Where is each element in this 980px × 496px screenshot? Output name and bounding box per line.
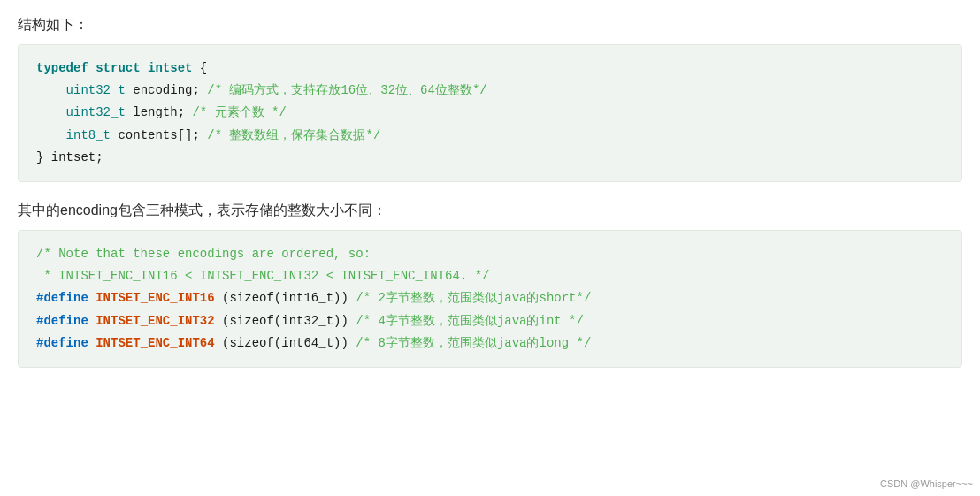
section1: 结构如下： typedef struct intset { uint32_t e… (18, 14, 962, 182)
code-line-2: uint32_t encoding; /* 编码方式，支持存放16位、32位、6… (36, 80, 944, 102)
define-line-1: #define INTSET_ENC_INT16 (sizeof(int16_t… (36, 287, 944, 309)
section2: 其中的encoding包含三种模式，表示存储的整数大小不同： /* Note t… (18, 200, 962, 368)
section1-heading: 结构如下： (18, 14, 962, 35)
define-line-3: #define INTSET_ENC_INT64 (sizeof(int64_t… (36, 332, 944, 355)
comment-line-1: /* Note that these encodings are ordered… (36, 243, 944, 265)
code-block-1: typedef struct intset { uint32_t encodin… (18, 44, 962, 182)
code-line-4: int8_t contents[]; /* 整数数组，保存集合数据*/ (36, 125, 944, 147)
watermark: CSDN @Whisper~~~ (880, 478, 973, 489)
code-line-1: typedef struct intset { (36, 57, 944, 80)
code-block-2: /* Note that these encodings are ordered… (18, 230, 962, 368)
comment-line-2: * INTSET_ENC_INT16 < INTSET_ENC_INT32 < … (36, 265, 944, 287)
section2-heading: 其中的encoding包含三种模式，表示存储的整数大小不同： (18, 200, 962, 221)
code-line-5: } intset; (36, 147, 944, 169)
code-line-3: uint32_t length; /* 元素个数 */ (36, 102, 944, 124)
define-line-2: #define INTSET_ENC_INT32 (sizeof(int32_t… (36, 310, 944, 332)
